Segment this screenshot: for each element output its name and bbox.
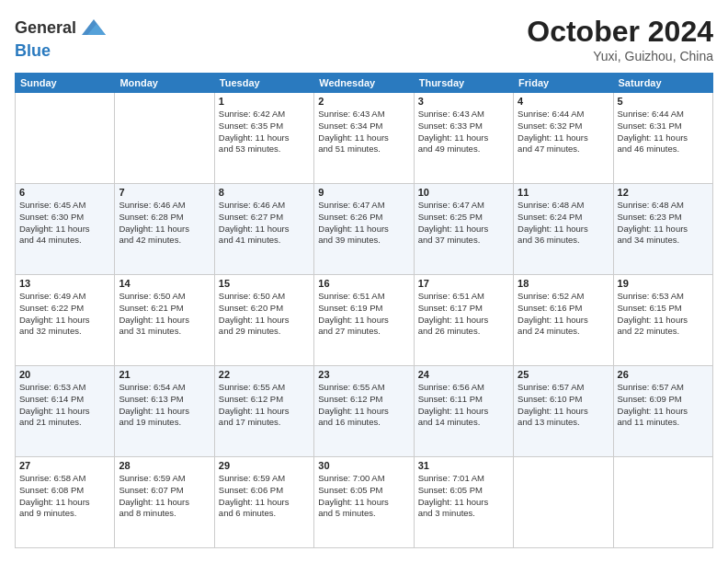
day-info: Sunrise: 6:50 AM Sunset: 6:21 PM Dayligh… — [119, 291, 210, 338]
calendar-cell: 15Sunrise: 6:50 AM Sunset: 6:20 PM Dayli… — [214, 275, 313, 366]
day-number: 9 — [318, 187, 409, 198]
calendar-cell: 31Sunrise: 7:01 AM Sunset: 6:05 PM Dayli… — [414, 457, 513, 548]
weekday-header: Saturday — [613, 74, 712, 93]
calendar-week-row: 13Sunrise: 6:49 AM Sunset: 6:22 PM Dayli… — [16, 275, 713, 366]
calendar-cell: 5Sunrise: 6:44 AM Sunset: 6:31 PM Daylig… — [613, 93, 712, 184]
calendar-cell — [613, 457, 712, 548]
location: Yuxi, Guizhou, China — [527, 49, 713, 63]
calendar-cell: 19Sunrise: 6:53 AM Sunset: 6:15 PM Dayli… — [613, 275, 712, 366]
day-info: Sunrise: 6:43 AM Sunset: 6:33 PM Dayligh… — [418, 109, 509, 155]
logo-blue: Blue — [15, 42, 108, 61]
day-number: 29 — [219, 460, 310, 471]
calendar: SundayMondayTuesdayWednesdayThursdayFrid… — [15, 73, 713, 548]
day-number: 16 — [318, 278, 409, 289]
day-info: Sunrise: 6:57 AM Sunset: 6:09 PM Dayligh… — [618, 382, 709, 429]
day-number: 28 — [119, 460, 210, 471]
calendar-cell: 3Sunrise: 6:43 AM Sunset: 6:33 PM Daylig… — [414, 93, 513, 184]
day-info: Sunrise: 6:46 AM Sunset: 6:27 PM Dayligh… — [219, 200, 310, 247]
day-info: Sunrise: 6:44 AM Sunset: 6:31 PM Dayligh… — [618, 109, 709, 155]
day-info: Sunrise: 6:48 AM Sunset: 6:23 PM Dayligh… — [618, 200, 709, 247]
calendar-cell: 12Sunrise: 6:48 AM Sunset: 6:23 PM Dayli… — [613, 184, 712, 275]
calendar-cell: 24Sunrise: 6:56 AM Sunset: 6:11 PM Dayli… — [414, 366, 513, 457]
day-number: 13 — [19, 278, 110, 289]
calendar-cell: 22Sunrise: 6:55 AM Sunset: 6:12 PM Dayli… — [214, 366, 313, 457]
header: General Blue October 2024 Yuxi, Guizhou,… — [15, 15, 713, 63]
calendar-cell — [16, 93, 115, 184]
day-number: 6 — [19, 187, 110, 198]
calendar-cell: 23Sunrise: 6:55 AM Sunset: 6:12 PM Dayli… — [314, 366, 414, 457]
calendar-cell: 7Sunrise: 6:46 AM Sunset: 6:28 PM Daylig… — [115, 184, 214, 275]
logo-icon — [80, 15, 108, 42]
calendar-cell: 1Sunrise: 6:42 AM Sunset: 6:35 PM Daylig… — [214, 93, 313, 184]
day-info: Sunrise: 6:50 AM Sunset: 6:20 PM Dayligh… — [219, 291, 310, 338]
calendar-cell: 30Sunrise: 7:00 AM Sunset: 6:05 PM Dayli… — [314, 457, 414, 548]
day-info: Sunrise: 6:52 AM Sunset: 6:16 PM Dayligh… — [518, 291, 609, 338]
day-info: Sunrise: 6:43 AM Sunset: 6:34 PM Dayligh… — [318, 109, 409, 155]
calendar-cell: 28Sunrise: 6:59 AM Sunset: 6:07 PM Dayli… — [115, 457, 214, 548]
day-info: Sunrise: 6:54 AM Sunset: 6:13 PM Dayligh… — [119, 382, 210, 429]
day-number: 7 — [119, 187, 210, 198]
calendar-cell: 16Sunrise: 6:51 AM Sunset: 6:19 PM Dayli… — [314, 275, 414, 366]
calendar-cell: 29Sunrise: 6:59 AM Sunset: 6:06 PM Dayli… — [214, 457, 313, 548]
weekday-header: Sunday — [16, 74, 115, 93]
calendar-cell: 9Sunrise: 6:47 AM Sunset: 6:26 PM Daylig… — [314, 184, 414, 275]
calendar-week-row: 1Sunrise: 6:42 AM Sunset: 6:35 PM Daylig… — [16, 93, 713, 184]
logo-text: General Blue — [15, 15, 108, 61]
day-number: 14 — [119, 278, 210, 289]
day-number: 21 — [119, 369, 210, 380]
day-info: Sunrise: 6:57 AM Sunset: 6:10 PM Dayligh… — [518, 382, 609, 429]
calendar-cell: 26Sunrise: 6:57 AM Sunset: 6:09 PM Dayli… — [613, 366, 712, 457]
calendar-cell — [115, 93, 214, 184]
calendar-week-row: 27Sunrise: 6:58 AM Sunset: 6:08 PM Dayli… — [16, 457, 713, 548]
day-info: Sunrise: 6:49 AM Sunset: 6:22 PM Dayligh… — [19, 291, 110, 338]
month-title: October 2024 — [527, 15, 713, 49]
calendar-cell: 10Sunrise: 6:47 AM Sunset: 6:25 PM Dayli… — [414, 184, 513, 275]
day-info: Sunrise: 6:59 AM Sunset: 6:07 PM Dayligh… — [119, 473, 210, 520]
day-info: Sunrise: 6:58 AM Sunset: 6:08 PM Dayligh… — [19, 473, 110, 520]
day-number: 17 — [418, 278, 509, 289]
day-number: 5 — [618, 96, 709, 107]
day-info: Sunrise: 6:59 AM Sunset: 6:06 PM Dayligh… — [219, 473, 310, 520]
day-info: Sunrise: 6:55 AM Sunset: 6:12 PM Dayligh… — [318, 382, 409, 429]
page: General Blue October 2024 Yuxi, Guizhou,… — [0, 0, 728, 563]
day-number: 8 — [219, 187, 310, 198]
day-info: Sunrise: 6:53 AM Sunset: 6:15 PM Dayligh… — [618, 291, 709, 338]
title-block: October 2024 Yuxi, Guizhou, China — [527, 15, 713, 63]
day-number: 19 — [618, 278, 709, 289]
calendar-week-row: 20Sunrise: 6:53 AM Sunset: 6:14 PM Dayli… — [16, 366, 713, 457]
day-info: Sunrise: 7:00 AM Sunset: 6:05 PM Dayligh… — [318, 473, 409, 520]
logo-general: General — [15, 19, 76, 38]
calendar-cell: 11Sunrise: 6:48 AM Sunset: 6:24 PM Dayli… — [514, 184, 613, 275]
day-number: 18 — [518, 278, 609, 289]
day-info: Sunrise: 6:47 AM Sunset: 6:26 PM Dayligh… — [318, 200, 409, 247]
weekday-header: Thursday — [414, 74, 513, 93]
weekday-header: Wednesday — [314, 74, 414, 93]
day-info: Sunrise: 6:51 AM Sunset: 6:17 PM Dayligh… — [418, 291, 509, 338]
day-info: Sunrise: 6:46 AM Sunset: 6:28 PM Dayligh… — [119, 200, 210, 247]
calendar-cell: 4Sunrise: 6:44 AM Sunset: 6:32 PM Daylig… — [514, 93, 613, 184]
day-number: 20 — [19, 369, 110, 380]
day-number: 2 — [318, 96, 409, 107]
day-number: 11 — [518, 187, 609, 198]
day-info: Sunrise: 6:55 AM Sunset: 6:12 PM Dayligh… — [219, 382, 310, 429]
day-number: 27 — [19, 460, 110, 471]
calendar-header-row: SundayMondayTuesdayWednesdayThursdayFrid… — [16, 74, 713, 93]
day-number: 12 — [618, 187, 709, 198]
day-info: Sunrise: 6:44 AM Sunset: 6:32 PM Dayligh… — [518, 109, 609, 155]
calendar-cell — [514, 457, 613, 548]
day-number: 22 — [219, 369, 310, 380]
calendar-cell: 25Sunrise: 6:57 AM Sunset: 6:10 PM Dayli… — [514, 366, 613, 457]
day-number: 26 — [618, 369, 709, 380]
day-number: 1 — [219, 96, 310, 107]
day-number: 4 — [518, 96, 609, 107]
day-info: Sunrise: 6:47 AM Sunset: 6:25 PM Dayligh… — [418, 200, 509, 247]
day-number: 30 — [318, 460, 409, 471]
logo: General Blue — [15, 15, 108, 61]
calendar-cell: 17Sunrise: 6:51 AM Sunset: 6:17 PM Dayli… — [414, 275, 513, 366]
day-info: Sunrise: 6:42 AM Sunset: 6:35 PM Dayligh… — [219, 109, 310, 155]
calendar-cell: 18Sunrise: 6:52 AM Sunset: 6:16 PM Dayli… — [514, 275, 613, 366]
day-number: 10 — [418, 187, 509, 198]
day-number: 24 — [418, 369, 509, 380]
day-number: 15 — [219, 278, 310, 289]
calendar-week-row: 6Sunrise: 6:45 AM Sunset: 6:30 PM Daylig… — [16, 184, 713, 275]
